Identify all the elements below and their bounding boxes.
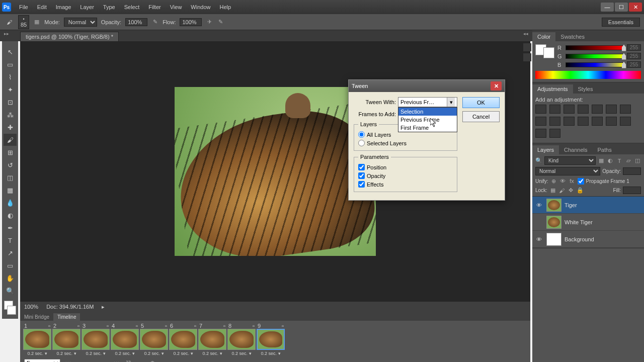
workspace-switcher[interactable]: Essentials [602, 18, 640, 27]
eyedropper-tool[interactable]: ⁂ [4, 109, 17, 121]
menu-help[interactable]: Help [215, 2, 235, 12]
color-swatches[interactable] [535, 44, 554, 65]
unify-visibility-icon[interactable]: 👁 [559, 177, 567, 185]
tab-mini-bridge[interactable]: Mini Bridge [20, 313, 53, 321]
crop-tool[interactable]: ⊡ [4, 96, 17, 108]
filter-pixel-icon[interactable]: ▦ [598, 157, 605, 164]
tab-timeline[interactable]: Timeline [53, 313, 80, 321]
all-layers-radio[interactable] [358, 131, 365, 138]
menu-window[interactable]: Window [187, 2, 214, 12]
dropdown-option[interactable]: First Frame [398, 124, 457, 132]
tab-layers[interactable]: Layers [532, 145, 559, 154]
dock-icon[interactable] [523, 43, 531, 51]
animation-frame[interactable]: 6▫0.2 sec. ▾ [169, 323, 197, 356]
zoom-level[interactable]: 100% [24, 304, 38, 310]
tab-swatches[interactable]: Swatches [555, 32, 590, 41]
dialog-titlebar[interactable]: Tween ✕ [349, 80, 505, 92]
lock-trans-icon[interactable]: ▦ [549, 187, 556, 194]
chevron-down-icon[interactable]: ▾ [447, 98, 455, 107]
document-tab[interactable]: tigers.psd @ 100% (Tiger, RGB/8) * [20, 32, 119, 41]
dropdown-option[interactable]: Selection [398, 108, 457, 116]
airbrush-icon[interactable]: ✈ [206, 19, 213, 26]
layer-row[interactable]: White Tiger [532, 214, 644, 231]
opacity-input[interactable] [125, 18, 147, 26]
adjustment-icon[interactable] [592, 105, 603, 114]
r-value[interactable]: 255 [627, 44, 641, 51]
animation-frame[interactable]: 2▫0.2 sec. ▾ [52, 323, 80, 356]
tween-with-combo[interactable]: Previous Fr… ▾ [398, 97, 457, 107]
hand-tool[interactable]: ✋ [4, 272, 17, 284]
flow-input[interactable] [180, 18, 202, 26]
dialog-close-button[interactable]: ✕ [491, 81, 502, 90]
fill-input[interactable] [623, 187, 641, 194]
lasso-tool[interactable]: ⌇ [4, 71, 17, 83]
filter-shape-icon[interactable]: ▱ [625, 157, 632, 164]
first-frame-button[interactable]: ⏮ [63, 359, 72, 362]
effects-checkbox[interactable] [358, 181, 365, 188]
tab-adjustments[interactable]: Adjustments [532, 84, 573, 94]
adjustment-icon[interactable] [564, 117, 575, 126]
play-button[interactable]: ▸ [88, 359, 97, 362]
color-spectrum[interactable] [535, 71, 641, 79]
pen-tool[interactable]: ✒ [4, 222, 17, 234]
minimize-button[interactable]: — [601, 3, 614, 12]
adjustment-icon[interactable] [535, 117, 546, 126]
visibility-toggle[interactable]: 👁 [534, 236, 543, 242]
menu-select[interactable]: Select [120, 2, 144, 12]
wand-tool[interactable]: ✦ [4, 83, 17, 96]
menu-type[interactable]: Type [99, 2, 119, 12]
filter-smart-icon[interactable]: ◫ [634, 157, 641, 164]
delete-frame-button[interactable]: 🗑 [148, 359, 157, 362]
tween-button[interactable]: ⛓ [124, 359, 133, 362]
layer-row[interactable]: 👁Background [532, 231, 644, 248]
layer-thumbnail[interactable] [546, 233, 561, 246]
lock-pixels-icon[interactable]: 🖌 [558, 187, 566, 194]
layer-thumbnail[interactable] [546, 199, 561, 212]
marquee-tool[interactable]: ▭ [4, 58, 17, 70]
adjustment-icon[interactable] [578, 105, 589, 114]
opacity-pressure-icon[interactable]: ✎ [151, 19, 158, 26]
animation-frame[interactable]: 4▫0.2 sec. ▾ [111, 323, 139, 356]
tablet-pressure-icon[interactable]: ✎ [217, 19, 224, 26]
mode-select[interactable]: Normal [64, 18, 97, 27]
adjustment-icon[interactable] [606, 117, 617, 126]
adjustment-icon[interactable] [606, 105, 617, 114]
loop-select[interactable]: Forever [24, 359, 60, 362]
b-slider[interactable] [566, 62, 625, 67]
lock-pos-icon[interactable]: ✥ [568, 187, 575, 194]
dodge-tool[interactable]: ◐ [4, 209, 17, 221]
ok-button[interactable]: OK [462, 97, 500, 108]
filter-type-icon[interactable]: T [616, 157, 623, 164]
menu-edit[interactable]: Edit [33, 2, 51, 12]
tab-styles[interactable]: Styles [573, 84, 598, 94]
r-slider[interactable] [566, 45, 625, 50]
brush-preset[interactable]: •85 [18, 15, 29, 29]
filter-icon[interactable]: 🔍 [535, 157, 542, 164]
g-slider[interactable] [566, 54, 625, 59]
animation-frame[interactable]: 8▫0.2 sec. ▾ [227, 323, 256, 356]
tab-paths[interactable]: Paths [593, 145, 617, 154]
dock-icon[interactable] [523, 53, 531, 61]
adjustment-icon[interactable] [535, 105, 546, 114]
history-tool[interactable]: ↺ [4, 159, 17, 171]
rect-tool[interactable]: ▭ [4, 259, 17, 272]
b-value[interactable]: 255 [627, 61, 641, 68]
path-tool[interactable]: ↗ [4, 247, 17, 259]
menu-view[interactable]: View [166, 2, 186, 12]
propagate-checkbox[interactable] [578, 178, 584, 185]
window-close-button[interactable]: ✕ [629, 3, 642, 12]
adjustment-icon[interactable] [620, 117, 631, 126]
position-checkbox[interactable] [358, 164, 365, 170]
selected-layers-radio[interactable] [358, 140, 365, 146]
filter-adj-icon[interactable]: ◐ [607, 157, 614, 164]
animation-frame[interactable]: 1▫0.2 sec. ▾ [23, 323, 51, 356]
next-frame-button[interactable]: ▸ [100, 359, 109, 362]
unify-style-icon[interactable]: fx [569, 177, 576, 185]
type-tool[interactable]: T [4, 234, 17, 246]
menu-image[interactable]: Image [52, 2, 75, 12]
adjustment-icon[interactable] [620, 105, 631, 114]
adjustment-icon[interactable] [535, 129, 546, 138]
color-picker[interactable] [4, 301, 16, 315]
visibility-toggle[interactable]: 👁 [534, 202, 543, 208]
blend-mode-select[interactable]: Normal [535, 167, 600, 175]
